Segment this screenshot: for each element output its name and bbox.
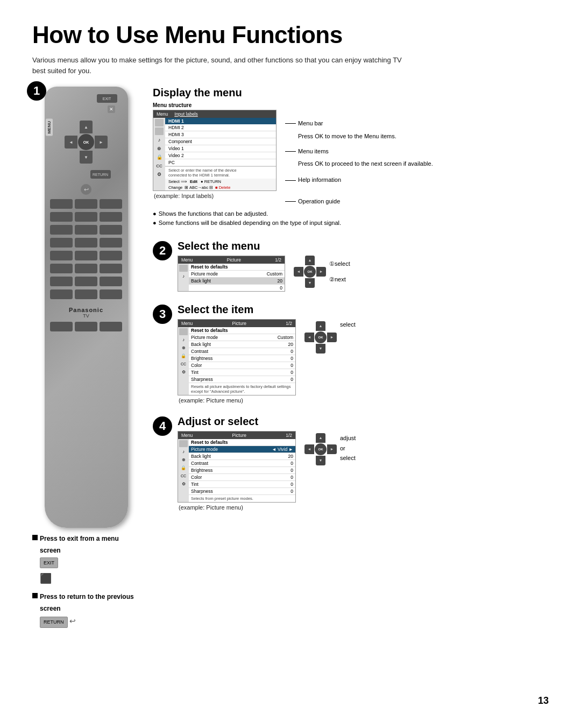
- step3-body: ♪ ⊕ 🔒 CC ⚙ Reset to defaults Picture: [178, 327, 295, 395]
- button-row-9: [50, 322, 123, 331]
- icon5: 🔒: [155, 153, 164, 161]
- step4-help-text: Selects from preset picture modes.: [189, 495, 295, 502]
- exit-btn-small[interactable]: EXIT: [40, 557, 58, 568]
- step1-bullets: ● Shows the functions that can be adjust…: [153, 209, 549, 228]
- btn-d[interactable]: [50, 212, 73, 222]
- button-row-1: [50, 199, 123, 209]
- step4-or-label: or: [340, 443, 356, 454]
- btn-aa[interactable]: [100, 322, 122, 331]
- step2-next-label: ②next: [329, 276, 350, 283]
- step2-dpad-area: ▲ ▼ ◄ ► OK ①select ②next: [294, 256, 350, 288]
- btn-s[interactable]: [50, 277, 73, 286]
- btn-c[interactable]: [100, 199, 122, 209]
- sd4-down[interactable]: ▼: [316, 456, 325, 465]
- button-row-8: [50, 289, 123, 299]
- dpad-left[interactable]: ◄: [65, 136, 77, 149]
- step3-row: Menu Picture 1/2 ♪ ⊕ 🔒 CC: [178, 319, 549, 395]
- btn-t[interactable]: [75, 277, 97, 286]
- dpad[interactable]: ▲ ▼ ◄ ► OK: [65, 121, 108, 164]
- step3-help-text: Resets all picture adjustments to factor…: [189, 383, 295, 395]
- line2: [285, 151, 296, 152]
- sd2-ok[interactable]: OK: [304, 266, 316, 278]
- sd2-right[interactable]: ►: [316, 267, 326, 277]
- btn-l[interactable]: [100, 238, 122, 248]
- step3-items: Reset to defaults Picture modeCustom Bac…: [189, 327, 295, 395]
- sd4-left[interactable]: ◄: [304, 444, 314, 454]
- exit-instruction-text: Press to exit from a menu screen: [40, 533, 140, 556]
- sd3-left[interactable]: ◄: [304, 333, 314, 342]
- return-button-top[interactable]: RETURN: [90, 170, 111, 179]
- dpad-up[interactable]: ▲: [80, 121, 93, 133]
- item-hdmi2: HDMI 2: [165, 124, 276, 131]
- btn-i[interactable]: [100, 225, 122, 235]
- step4-select-label: select: [340, 453, 356, 463]
- return-btn-small[interactable]: RETURN: [40, 617, 68, 627]
- exit-button-remote[interactable]: EXIT: [97, 94, 117, 103]
- btn-w[interactable]: [75, 289, 97, 299]
- return-instruction-text: Press to return to the previous screen: [40, 591, 140, 614]
- btn-y[interactable]: [50, 322, 73, 331]
- annot-menu-bar: Menu bar: [285, 118, 433, 129]
- sd3-ok[interactable]: OK: [315, 331, 327, 343]
- item-component: Component: [165, 138, 276, 145]
- btn-j[interactable]: [50, 238, 73, 248]
- bullet1: Shows the functions that can be adjusted…: [159, 209, 268, 219]
- btn-b[interactable]: [75, 199, 97, 209]
- btn-q[interactable]: [75, 264, 97, 273]
- dpad-right[interactable]: ►: [95, 136, 108, 149]
- btn-g[interactable]: [50, 225, 73, 235]
- step3-dpad[interactable]: ▲ ▼ ◄ ► OK: [304, 321, 337, 354]
- item-video2: Video 2: [165, 152, 276, 159]
- btn-n[interactable]: [75, 251, 97, 260]
- btn-v[interactable]: [50, 289, 73, 299]
- model-text: TV: [50, 313, 123, 319]
- sd4-ok[interactable]: OK: [315, 443, 327, 455]
- menu-structure-label: Menu structure: [153, 102, 277, 108]
- step1-annotations: Menu bar Press OK to move to the Menu it…: [285, 102, 433, 207]
- btn-u[interactable]: [100, 277, 122, 286]
- sd3-up[interactable]: ▲: [316, 321, 325, 331]
- icon3: ♪: [155, 136, 164, 144]
- btn-f[interactable]: [100, 212, 122, 222]
- btn-m[interactable]: [50, 251, 73, 260]
- sd2-left[interactable]: ◄: [294, 267, 303, 277]
- icon6: CC: [155, 162, 164, 169]
- menu-label: MENU: [46, 119, 53, 136]
- dpad-down[interactable]: ▼: [80, 151, 93, 164]
- step3-title: Select the item: [178, 303, 549, 316]
- item-video1: Video 1: [165, 145, 276, 152]
- step4-body: ♪ ⊕ 🔒 CC ⚙ Reset to defaults Picture: [178, 439, 295, 502]
- items-col: HDMI 1 HDMI 2 HDMI 3 Component Video 1 V…: [165, 118, 276, 190]
- btn-z[interactable]: [75, 322, 97, 331]
- step4-dpad[interactable]: ▲ ▼ ◄ ► OK: [304, 433, 337, 465]
- sd2-down[interactable]: ▼: [305, 278, 315, 288]
- btn-o[interactable]: [100, 251, 122, 260]
- btn-x[interactable]: [100, 289, 122, 299]
- step1-example-caption: (example: Input labels): [154, 193, 277, 199]
- step1-number: 1: [27, 81, 46, 101]
- sd3-down[interactable]: ▼: [316, 344, 325, 354]
- step2-dpad[interactable]: ▲ ▼ ◄ ► OK: [294, 256, 326, 288]
- bullet-return: [32, 593, 38, 598]
- btn-h[interactable]: [75, 225, 97, 235]
- sd2-up[interactable]: ▲: [305, 256, 315, 265]
- step4-block: 4 Adjust or select Menu Picture 1/2: [153, 415, 549, 511]
- sd4-right[interactable]: ►: [327, 444, 337, 454]
- sd4-up[interactable]: ▲: [316, 433, 325, 443]
- btn-p[interactable]: [50, 264, 73, 273]
- step4-row: Menu Picture 1/2 ♪ ⊕ 🔒 CC: [178, 431, 549, 503]
- sd3-right[interactable]: ►: [327, 333, 337, 342]
- step1-block: Display the menu Menu structure Menu Inp…: [153, 87, 549, 228]
- annot-ok-proceed: Press OK to proceed to the next screen i…: [298, 159, 433, 169]
- ok-button[interactable]: OK: [78, 134, 94, 150]
- return-instruction: Press to return to the previous screen R…: [32, 591, 140, 628]
- item-hdmi3: HDMI 3: [165, 131, 276, 138]
- step4-title: Adjust or select: [178, 415, 549, 428]
- step4-adjust-label: adjust: [340, 433, 356, 443]
- btn-k[interactable]: [75, 238, 97, 248]
- btn-r[interactable]: [100, 264, 122, 273]
- steps-column: Display the menu Menu structure Menu Inp…: [140, 87, 549, 633]
- btn-a[interactable]: [50, 199, 73, 209]
- bullet2: Some functions will be disabled dependin…: [159, 218, 341, 228]
- btn-e[interactable]: [75, 212, 97, 222]
